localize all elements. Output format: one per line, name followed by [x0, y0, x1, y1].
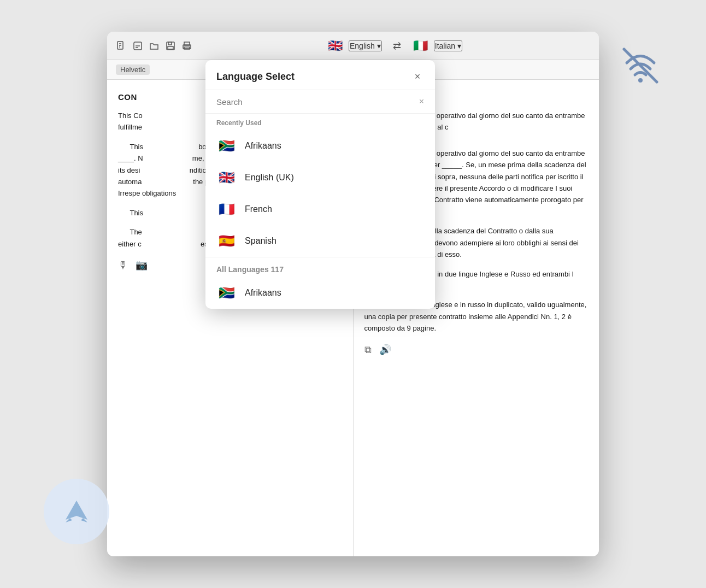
- list-item[interactable]: 🇿🇦 Afrikaans: [205, 277, 435, 309]
- language-list: Recently Used 🇿🇦 Afrikaans 🇬🇧 English (U…: [205, 114, 435, 309]
- list-item[interactable]: 🇿🇦 Afrikaans: [205, 130, 435, 162]
- modal-close-button[interactable]: ×: [411, 70, 424, 83]
- svg-line-11: [624, 49, 657, 82]
- lang-name-spanish: Spanish: [245, 236, 276, 246]
- list-item[interactable]: 🇬🇧 English (UK): [205, 162, 435, 193]
- language-select-modal: Language Select × × Recently Used 🇿🇦 Afr…: [205, 60, 435, 309]
- recently-used-header: Recently Used: [205, 114, 435, 130]
- flag-english-uk: 🇬🇧: [216, 167, 237, 188]
- flag-afrikaans-recent: 🇿🇦: [216, 136, 237, 156]
- modal-header: Language Select ×: [205, 60, 435, 90]
- lang-name-english-uk: English (UK): [245, 173, 294, 183]
- flag-afrikaans-all: 🇿🇦: [216, 283, 237, 303]
- list-item[interactable]: 🇫🇷 French: [205, 193, 435, 225]
- lang-name-afrikaans-all: Afrikaans: [245, 288, 281, 298]
- flag-french: 🇫🇷: [216, 199, 237, 220]
- search-clear-icon[interactable]: ×: [419, 97, 424, 107]
- flag-spanish: 🇪🇸: [216, 231, 237, 251]
- search-area: ×: [205, 90, 435, 114]
- lang-name-afrikaans-recent: Afrikaans: [245, 141, 281, 151]
- lang-name-french: French: [245, 204, 272, 214]
- app-window: 🇬🇧 English ▾ ⇄ 🇮🇹 Italian ▾ Helvetic CON…: [107, 32, 599, 556]
- all-languages-header: All Languages 117: [205, 257, 435, 277]
- modal-title: Language Select: [216, 71, 295, 83]
- list-item[interactable]: 🇪🇸 Spanish: [205, 225, 435, 257]
- svg-point-12: [638, 78, 643, 83]
- wifi-off-decoration: [619, 44, 662, 90]
- search-input[interactable]: [216, 97, 415, 107]
- modal-overlay: Language Select × × Recently Used 🇿🇦 Afr…: [107, 32, 599, 556]
- airplane-decoration: [44, 479, 109, 544]
